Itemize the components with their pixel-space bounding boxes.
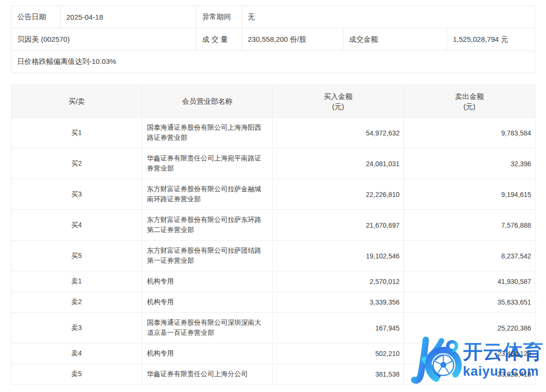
side-cell: 买5 xyxy=(12,241,142,271)
table-row: 买1 国泰海通证券股份有限公司上海海阳西路证券营业部 54,972,632 9,… xyxy=(12,118,535,148)
branch-cell: 东方财富证券股份有限公司拉萨东环路第二证券营业部 xyxy=(142,210,273,241)
buy-amount-cell: 167,945 xyxy=(273,313,404,343)
announcement-date-value: 2025-04-18 xyxy=(61,6,196,28)
turnover-value: 1,525,028,794 元 xyxy=(447,28,534,50)
branch-cell: 机构专用 xyxy=(142,343,273,364)
buy-unit-label: (元) xyxy=(273,101,403,111)
branch-cell: 国泰海通证券股份有限公司深圳深南大道京基一百证券营业部 xyxy=(142,313,273,343)
info-row-volume: 贝因美 (002570) 成 交 量 230,558,200 份/股 成交金额 … xyxy=(12,28,534,50)
sell-amount-cell: 41,930,587 xyxy=(404,271,535,292)
side-cell: 买1 xyxy=(12,118,142,148)
sell-amount-cell: 32,396 xyxy=(404,148,535,179)
branch-cell: 东方财富证券股份有限公司拉萨团结路第一证券营业部 xyxy=(142,241,273,271)
lhb-table-header: 买/卖 会员营业部名称 买入金额 (元) 卖出金额 (元) xyxy=(12,85,535,118)
sell-amount-cell: 7,576,888 xyxy=(404,210,535,241)
side-cell: 买2 xyxy=(12,148,142,179)
announcement-date-label: 公告日期 xyxy=(12,6,61,28)
buy-amount-cell: 21,670,697 xyxy=(273,210,404,241)
table-row: 买3 东方财富证券股份有限公司拉萨金融城南环路证券营业部 22,226,810 … xyxy=(12,179,535,210)
header-cell-branch: 会员营业部名称 xyxy=(142,85,273,118)
buy-amount-cell: 3,339,356 xyxy=(273,292,404,313)
table-row: 买4 东方财富证券股份有限公司拉萨东环路第二证券营业部 21,670,697 7… xyxy=(12,210,535,241)
buy-amount-cell: 2,570,012 xyxy=(273,271,404,292)
soccer-ball-icon xyxy=(433,355,454,375)
side-cell: 卖1 xyxy=(12,271,142,292)
info-row-deviation: 日价格跌幅偏离值达到-10.03% xyxy=(12,50,534,73)
table-row: 卖2 机构专用 3,339,356 35,633,651 xyxy=(12,292,535,313)
kaiyun-k-logo-icon xyxy=(408,336,462,385)
stock-name: 贝因美 (002570) xyxy=(12,28,196,50)
side-cell: 卖4 xyxy=(12,343,142,364)
side-cell: 买4 xyxy=(12,210,142,241)
table-row: 卖1 机构专用 2,570,012 41,930,587 xyxy=(12,271,535,292)
sell-amount-cell: 8,237,542 xyxy=(404,241,535,271)
table-row: 买5 东方财富证券股份有限公司拉萨团结路第一证券营业部 19,102,546 8… xyxy=(12,241,535,271)
side-cell: 卖2 xyxy=(12,292,142,313)
branch-cell: 华鑫证券有限责任公司上海宛平南路证券营业部 xyxy=(142,148,273,179)
side-cell: 买3 xyxy=(12,179,142,210)
sell-amount-cell: 35,633,651 xyxy=(404,292,535,313)
side-cell: 卖3 xyxy=(12,313,142,343)
branch-cell: 机构专用 xyxy=(142,271,273,292)
branch-cell: 机构专用 xyxy=(142,292,273,313)
branch-cell: 国泰海通证券股份有限公司上海海阳西路证券营业部 xyxy=(142,118,273,148)
sell-amount-cell: 9,194,615 xyxy=(404,179,535,210)
header-cell-side: 买/卖 xyxy=(12,85,142,118)
abnormal-period-label: 异常期间 xyxy=(196,6,242,28)
branch-cell: 东方财富证券股份有限公司拉萨金融城南环路证券营业部 xyxy=(142,179,273,210)
abnormal-period-value: 无 xyxy=(242,6,534,28)
price-deviation-note: 日价格跌幅偏离值达到-10.03% xyxy=(12,51,534,73)
sell-unit-label: (元) xyxy=(404,101,535,111)
info-row-date: 公告日期 2025-04-18 异常期间 无 xyxy=(12,6,534,28)
side-cell: 卖5 xyxy=(12,364,142,385)
volume-value: 230,558,200 份/股 xyxy=(242,28,343,50)
table-row: 买2 华鑫证券有限责任公司上海宛平南路证券营业部 24,081,031 32,3… xyxy=(12,148,535,179)
turnover-label: 成交金额 xyxy=(343,28,447,50)
buy-amount-cell: 24,081,031 xyxy=(273,148,404,179)
buy-amount-cell: 19,102,546 xyxy=(273,241,404,271)
buy-amount-cell: 22,226,810 xyxy=(273,179,404,210)
volume-label: 成 交 量 xyxy=(196,28,242,50)
buy-amount-cell: 54,972,632 xyxy=(273,118,404,148)
buy-amount-cell: 502,210 xyxy=(273,343,404,364)
lhb-disclosure-page: 公告日期 2025-04-18 异常期间 无 贝因美 (002570) 成 交 … xyxy=(0,0,546,392)
header-cell-buy-amount: 买入金额 (元) xyxy=(273,85,404,118)
stock-info-box: 公告日期 2025-04-18 异常期间 无 贝因美 (002570) 成 交 … xyxy=(11,6,535,73)
header-cell-sell-amount: 卖出金额 (元) xyxy=(404,85,535,118)
branch-cell: 华鑫证券有限责任公司上海分公司 xyxy=(142,364,273,385)
buy-amount-cell: 381,538 xyxy=(273,364,404,385)
sell-amount-cell: 9,783,584 xyxy=(404,118,535,148)
